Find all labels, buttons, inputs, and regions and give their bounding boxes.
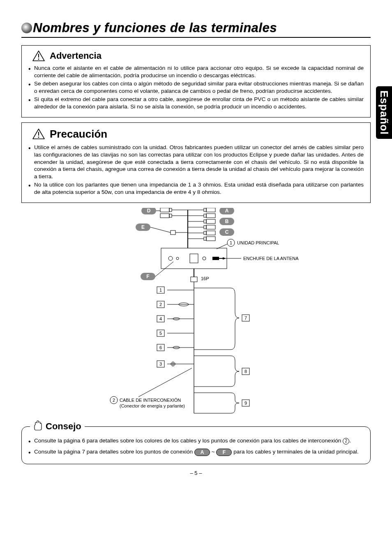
tip-text: Consulte la página 6 para detalles sobre…	[34, 438, 341, 444]
svg-rect-11	[212, 257, 219, 260]
svg-rect-27	[206, 237, 215, 241]
svg-text:6: 6	[159, 345, 162, 350]
svg-rect-26	[204, 231, 206, 235]
warning-item: Nunca corte el aislante en el cable de a…	[28, 64, 364, 79]
tip-header: Consejo	[30, 420, 85, 433]
svg-rect-24	[204, 226, 206, 229]
svg-point-7	[168, 256, 173, 260]
tip-box: Consejo Consulte la página 6 para detall…	[21, 426, 371, 464]
tip-text: .	[349, 438, 351, 444]
inline-pill-f-icon: F	[216, 449, 232, 456]
tip-item: Consulte la página 7 para detalles sobre…	[28, 447, 364, 456]
svg-text:5: 5	[159, 331, 162, 336]
svg-rect-17	[206, 208, 215, 212]
svg-text:3: 3	[159, 362, 162, 366]
svg-rect-19	[206, 214, 215, 218]
svg-rect-13	[160, 208, 169, 212]
svg-rect-20	[204, 214, 206, 217]
tip-title: Consejo	[46, 421, 81, 432]
svg-text:1: 1	[159, 288, 162, 292]
warning-triangle-icon	[32, 51, 45, 61]
inline-pill-a-icon: A	[194, 449, 210, 456]
warning-box: Advertencia Nunca corte el aislante en e…	[21, 45, 371, 117]
tip-item: Consulte la página 6 para detalles sobre…	[28, 436, 364, 445]
svg-rect-28	[204, 237, 206, 240]
svg-text:A: A	[225, 208, 229, 214]
terminal-diagram: D E A B C F 1 UNIDAD PRINCIPAL ENCHUFE D…	[21, 208, 371, 421]
caution-header: Precaución	[32, 128, 364, 140]
svg-text:B: B	[225, 219, 229, 224]
svg-rect-62	[191, 277, 197, 282]
tip-text: ~	[212, 449, 215, 455]
svg-point-8	[176, 257, 179, 260]
svg-rect-25	[206, 231, 215, 235]
svg-rect-14	[169, 208, 172, 212]
svg-rect-22	[204, 220, 206, 223]
warning-item: Se deben asegurar los cables con cinta o…	[28, 80, 364, 95]
svg-text:2: 2	[113, 398, 115, 403]
caution-title: Precaución	[50, 128, 107, 140]
svg-rect-39	[171, 230, 175, 235]
svg-text:D: D	[147, 208, 151, 214]
svg-text:ENCHUFE DE LA ANTENA: ENCHUFE DE LA ANTENA	[243, 256, 299, 261]
svg-text:1: 1	[230, 240, 232, 245]
warning-item: Si quita el extremo del cable para conec…	[28, 96, 364, 111]
svg-rect-16	[169, 214, 172, 217]
tip-text: para los cables y terminales de la unida…	[233, 449, 359, 455]
page-title-row: Nombres y funciones de las terminales	[21, 21, 371, 38]
svg-text:7: 7	[244, 315, 247, 320]
svg-text:C: C	[225, 229, 229, 235]
inline-circle-2-icon: 2	[343, 438, 349, 444]
svg-text:E: E	[141, 224, 145, 230]
page: Español Nombres y funciones de las termi…	[0, 0, 392, 488]
svg-text:UNIDAD PRINCIPAL: UNIDAD PRINCIPAL	[237, 240, 279, 245]
svg-rect-23	[206, 225, 215, 229]
warning-header: Advertencia	[32, 51, 364, 61]
svg-line-53	[150, 227, 171, 233]
caution-triangle-icon	[32, 129, 45, 139]
page-title: Nombres y funciones de las terminales	[33, 21, 277, 35]
svg-text:CABLE DE INTERCONEXIÓN: CABLE DE INTERCONEXIÓN	[120, 398, 181, 403]
diagram-svg: D E A B C F 1 UNIDAD PRINCIPAL ENCHUFE D…	[81, 208, 311, 421]
tip-list: Consulte la página 6 para detalles sobre…	[28, 436, 364, 456]
svg-rect-21	[206, 219, 215, 223]
svg-point-10	[203, 257, 206, 260]
svg-line-101	[138, 368, 192, 397]
svg-text:16P: 16P	[201, 276, 209, 281]
svg-text:4: 4	[159, 316, 162, 321]
svg-point-2	[38, 59, 39, 60]
svg-text:(Conector de energía y parlant: (Conector de energía y parlante)	[120, 403, 185, 408]
svg-text:9: 9	[244, 401, 247, 405]
hand-icon	[33, 420, 42, 433]
warning-list: Nunca corte el aislante en el cable de a…	[28, 64, 364, 111]
caution-list: Utilice el arnés de cables suministrado …	[28, 144, 364, 196]
page-number: – 5 –	[21, 470, 371, 476]
warning-title: Advertencia	[50, 51, 101, 61]
svg-line-54	[155, 262, 173, 276]
title-bullet-icon	[21, 23, 32, 33]
svg-point-5	[38, 137, 39, 138]
tip-text: Consulte la página 7 para detalles sobre…	[34, 449, 193, 455]
svg-rect-9	[190, 254, 198, 263]
svg-rect-18	[204, 208, 206, 212]
svg-text:F: F	[146, 274, 149, 279]
language-tab: Español	[376, 86, 392, 139]
caution-item: Utilice el arnés de cables suministrado …	[28, 144, 364, 181]
caution-item: No la utilice con los parlantes que tien…	[28, 181, 364, 196]
svg-text:8: 8	[244, 369, 247, 374]
svg-rect-15	[160, 214, 169, 218]
caution-box: Precaución Utilice el arnés de cables su…	[21, 122, 371, 203]
svg-text:2: 2	[159, 302, 162, 307]
